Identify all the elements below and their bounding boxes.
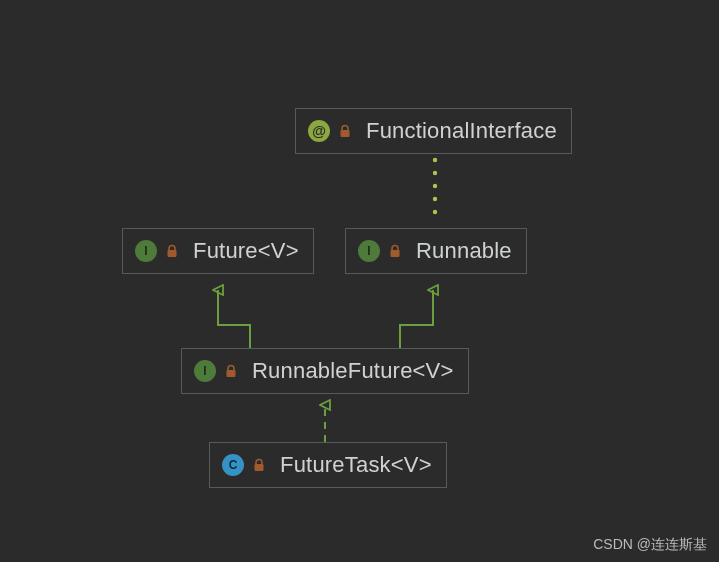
annotation-icon: @	[308, 120, 330, 142]
svg-point-0	[433, 158, 437, 162]
node-label: Future<V>	[193, 238, 299, 264]
lock-icon	[388, 244, 402, 258]
node-functionalinterface: @ FunctionalInterface	[295, 108, 572, 154]
svg-rect-9	[255, 464, 264, 471]
node-future: I Future<V>	[122, 228, 314, 274]
svg-rect-5	[341, 130, 350, 137]
class-icon: C	[222, 454, 244, 476]
node-runnable: I Runnable	[345, 228, 527, 274]
interface-icon: I	[135, 240, 157, 262]
node-label: RunnableFuture<V>	[252, 358, 454, 384]
lock-icon	[252, 458, 266, 472]
node-label: FutureTask<V>	[280, 452, 432, 478]
node-futuretask: C FutureTask<V>	[209, 442, 447, 488]
lock-icon	[224, 364, 238, 378]
node-label: Runnable	[416, 238, 512, 264]
svg-point-3	[433, 197, 437, 201]
svg-rect-7	[391, 250, 400, 257]
node-runnablefuture: I RunnableFuture<V>	[181, 348, 469, 394]
edge-runnablefuture-future	[218, 290, 250, 348]
class-hierarchy-diagram: @ FunctionalInterface I Future<V> I Runn…	[0, 0, 719, 562]
svg-rect-8	[227, 370, 236, 377]
svg-point-4	[433, 210, 437, 214]
svg-point-2	[433, 184, 437, 188]
edge-runnable-functionalinterface	[433, 158, 437, 214]
svg-rect-6	[168, 250, 177, 257]
interface-icon: I	[358, 240, 380, 262]
watermark-text: CSDN @连连斯基	[593, 536, 707, 554]
node-label: FunctionalInterface	[366, 118, 557, 144]
lock-icon	[165, 244, 179, 258]
svg-point-1	[433, 171, 437, 175]
lock-icon	[338, 124, 352, 138]
interface-icon: I	[194, 360, 216, 382]
edge-runnablefuture-runnable	[400, 290, 433, 348]
